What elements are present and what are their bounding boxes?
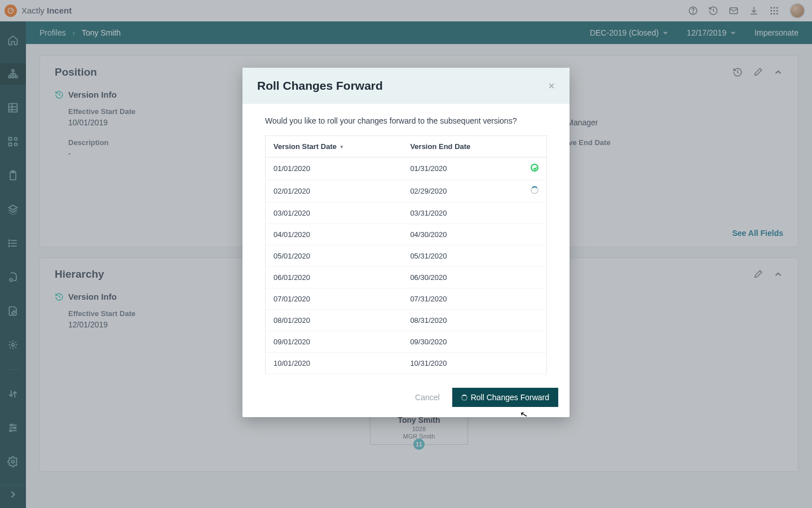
roll-forward-button[interactable]: Roll Changes Forward bbox=[452, 388, 558, 407]
table-row: 07/01/202007/31/2020 bbox=[266, 288, 547, 310]
version-end-cell: 04/30/2020 bbox=[402, 224, 523, 246]
version-start-cell: 03/01/2020 bbox=[266, 203, 403, 224]
table-row: 05/01/202005/31/2020 bbox=[266, 246, 547, 267]
col-status-header bbox=[523, 136, 547, 157]
version-status-cell bbox=[523, 288, 547, 310]
modal-body: Would you like to roll your changes forw… bbox=[242, 104, 570, 378]
table-row: 02/01/202002/29/2020 bbox=[266, 180, 547, 203]
version-start-cell: 09/01/2020 bbox=[266, 331, 403, 353]
spinner-icon bbox=[531, 186, 539, 194]
versions-table: Version Start Date▼ Version End Date 01/… bbox=[265, 135, 547, 374]
table-row: 04/01/202004/30/2020 bbox=[266, 224, 547, 246]
version-start-cell: 05/01/2020 bbox=[266, 246, 403, 267]
version-status-cell bbox=[523, 267, 547, 288]
version-status-cell bbox=[523, 353, 547, 374]
table-row: 09/01/202009/30/2020 bbox=[266, 331, 547, 353]
check-circle-icon bbox=[531, 164, 539, 172]
version-status-cell bbox=[523, 203, 547, 224]
modal-title: Roll Changes Forward bbox=[257, 79, 383, 93]
modal-header: Roll Changes Forward × bbox=[242, 68, 570, 104]
version-end-cell: 07/31/2020 bbox=[402, 288, 523, 310]
version-end-cell: 08/31/2020 bbox=[402, 310, 523, 331]
version-status-cell bbox=[523, 331, 547, 353]
close-icon[interactable]: × bbox=[548, 80, 555, 93]
version-status-cell bbox=[523, 224, 547, 246]
version-start-cell: 01/01/2020 bbox=[266, 157, 403, 180]
version-status-cell bbox=[523, 157, 547, 180]
version-status-cell bbox=[523, 310, 547, 331]
table-row: 01/01/202001/31/2020 bbox=[266, 157, 547, 180]
col-start-label: Version Start Date bbox=[273, 142, 337, 151]
version-end-cell: 02/29/2020 bbox=[402, 180, 523, 203]
roll-forward-modal: Roll Changes Forward × Would you like to… bbox=[242, 68, 570, 417]
sort-desc-icon: ▼ bbox=[339, 144, 344, 150]
table-row: 06/01/202006/30/2020 bbox=[266, 267, 547, 288]
version-start-cell: 02/01/2020 bbox=[266, 180, 403, 203]
version-start-cell: 04/01/2020 bbox=[266, 224, 403, 246]
table-row: 10/01/202010/31/2020 bbox=[266, 353, 547, 374]
version-end-cell: 05/31/2020 bbox=[402, 246, 523, 267]
version-status-cell bbox=[523, 246, 547, 267]
table-row: 08/01/202008/31/2020 bbox=[266, 310, 547, 331]
modal-question: Would you like to roll your changes forw… bbox=[265, 116, 547, 125]
table-row: 03/01/202003/31/2020 bbox=[266, 203, 547, 224]
version-start-cell: 07/01/2020 bbox=[266, 288, 403, 310]
col-end-label: Version End Date bbox=[410, 142, 470, 151]
version-start-cell: 08/01/2020 bbox=[266, 310, 403, 331]
col-start-header[interactable]: Version Start Date▼ bbox=[266, 136, 403, 157]
version-end-cell: 01/31/2020 bbox=[402, 157, 523, 180]
roll-forward-label: Roll Changes Forward bbox=[471, 393, 549, 402]
version-end-cell: 06/30/2020 bbox=[402, 267, 523, 288]
version-start-cell: 06/01/2020 bbox=[266, 267, 403, 288]
col-end-header[interactable]: Version End Date bbox=[402, 136, 523, 157]
spinner-icon bbox=[461, 395, 467, 401]
cancel-button[interactable]: Cancel bbox=[415, 393, 440, 402]
version-status-cell bbox=[523, 180, 547, 203]
version-end-cell: 10/31/2020 bbox=[402, 353, 523, 374]
version-start-cell: 10/01/2020 bbox=[266, 353, 403, 374]
version-end-cell: 09/30/2020 bbox=[402, 331, 523, 353]
version-end-cell: 03/31/2020 bbox=[402, 203, 523, 224]
